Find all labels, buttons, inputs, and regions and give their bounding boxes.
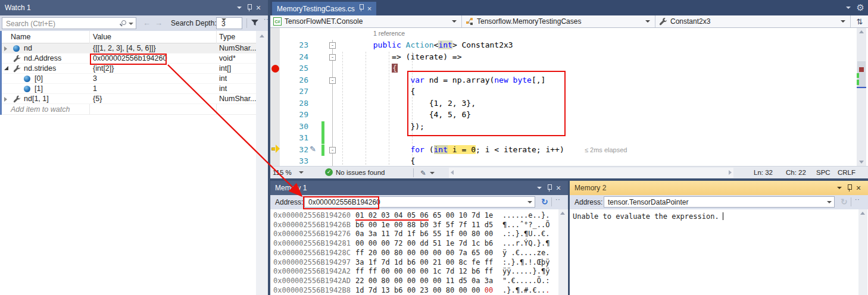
memory-row[interactable]: 0x000002556B1942B81d 7d 13 b6 00 23 00 8… <box>270 286 558 295</box>
pin-icon[interactable] <box>544 183 554 193</box>
scroll-up-icon[interactable] <box>560 212 565 215</box>
search-options-chevron-icon[interactable] <box>129 23 133 25</box>
memory1-hex-dump[interactable]: 0x000002556B19426001 02 03 04 05 06 65 0… <box>270 209 558 295</box>
search-back-icon[interactable]: ← <box>143 18 151 27</box>
memory-row[interactable]: 0x000002556B19426Bb6 00 1e 00 88 b0 3f 5… <box>270 221 558 230</box>
line-number: 28 <box>280 99 308 108</box>
split-window-icon[interactable]: ⇅ <box>851 15 868 27</box>
expander-expanded-icon <box>4 66 8 70</box>
refresh-icon[interactable]: ↻ <box>541 197 548 206</box>
text-caret <box>723 212 724 220</box>
memory-row-bytes: 3a 1f 7d 1d b6 00 21 00 8c fe ff <box>355 258 493 266</box>
line-number: 30 <box>280 122 308 131</box>
close-icon[interactable]: × <box>254 3 263 12</box>
memory-row[interactable]: 0x000002556B1942973a 1f 7d 1d b6 00 21 0… <box>270 258 558 268</box>
search-placeholder: Search (Ctrl+E) <box>6 20 55 28</box>
scroll-right-icon[interactable] <box>729 170 732 175</box>
member-dropdown[interactable]: Constant2x3 <box>656 15 851 27</box>
editor-horizontal-scrollbar[interactable] <box>449 168 733 178</box>
watch-row[interactable]: [0]3int <box>2 74 256 84</box>
column-header-value[interactable]: Value <box>93 33 111 41</box>
line-number: 24 <box>280 52 308 61</box>
add-watch-row[interactable]: Add item to watch <box>2 104 256 115</box>
scroll-up-icon[interactable] <box>260 34 264 37</box>
memory-row-address: 0x000002556B194276 <box>273 230 351 238</box>
watch-scrollbar[interactable] <box>256 31 268 295</box>
document-list-chevron-icon[interactable] <box>846 7 851 9</box>
code-line[interactable]: 23- public Action<int> Constant2x3 <box>270 40 854 52</box>
zoom-level-select[interactable]: 115 % <box>273 169 292 176</box>
memory2-address-input[interactable]: tensor.TensorDataPointer <box>604 196 835 208</box>
toolbar-overflow-icon[interactable]: ·· <box>555 196 561 203</box>
codelens-references[interactable]: 1 reference <box>373 30 405 37</box>
toolbar-overflow-icon[interactable]: ·· <box>264 16 269 23</box>
memory-row-address: 0x000002556B19426B <box>273 221 351 229</box>
project-dropdown[interactable]: C# TensorFlowNET.Console <box>270 15 462 27</box>
code-line[interactable]: 33 { <box>270 156 854 166</box>
watch-row-type: int <box>219 74 227 83</box>
tab-close-icon[interactable]: × <box>367 4 372 13</box>
type-dropdown[interactable]: Tensorflow.MemoryTestingCases <box>463 15 655 27</box>
search-forward-icon[interactable]: → <box>155 18 163 27</box>
search-input[interactable]: Search (Ctrl+E) <box>2 17 136 29</box>
current-statement-arrow-icon <box>271 148 275 150</box>
editor-vertical-scrollbar[interactable] <box>857 28 866 166</box>
window-position-icon[interactable] <box>835 183 844 193</box>
scroll-up-icon[interactable] <box>859 30 864 33</box>
memory-row-ascii: :.}.¶.!.Œþÿ <box>502 258 549 266</box>
code-text: { <box>341 87 415 96</box>
watch-row[interactable]: nd{[[1, 2, 3], [4, 5, 6]]}NumShar... <box>2 43 256 54</box>
search-icon[interactable] <box>121 20 126 25</box>
memory-row[interactable]: 0x000002556B1942760a 3a 11 7d 1f b6 55 1… <box>270 230 558 239</box>
watch-row[interactable]: nd.strides{int[2]}int[] <box>2 64 256 74</box>
column-header-type[interactable]: Type <box>219 33 235 41</box>
fold-collapse-icon: - <box>329 42 336 49</box>
memory-row[interactable]: 0x000002556B19428Cff 20 00 80 00 00 00 0… <box>270 249 558 258</box>
code-cleanup-chevron-icon[interactable] <box>430 172 435 174</box>
window-position-icon[interactable] <box>535 183 544 193</box>
watch-row[interactable]: nd[1, 1]{5}NumShar... <box>2 94 256 104</box>
memory1-address-input[interactable]: 0x000002556B194260 <box>304 196 535 208</box>
code-cleanup-icon[interactable]: ✎ <box>420 169 426 177</box>
refresh-icon-disabled: ↻ <box>841 197 848 206</box>
memory1-scrollbar[interactable] <box>558 209 567 295</box>
memory-row-bytes: ff ff 00 00 00 00 1c 7d 12 b6 ff <box>355 267 493 275</box>
memory2-scrollbar[interactable] <box>858 209 867 295</box>
document-tab[interactable]: MemoryTestingCases.cs × <box>272 2 376 15</box>
filter-icon[interactable] <box>251 18 259 27</box>
close-icon[interactable]: × <box>554 183 563 193</box>
pin-icon[interactable] <box>844 183 854 193</box>
property-wrench-icon <box>13 95 21 103</box>
perf-tip: ≤ 2ms elapsed <box>585 146 627 153</box>
close-icon[interactable]: × <box>854 183 863 193</box>
watch-panel: Watch 1 × Search (Ctrl+E) ← → Search Dep… <box>0 0 268 295</box>
memory-row[interactable]: 0x000002556B19428100 00 00 72 00 dd 51 1… <box>270 239 558 249</box>
tab-pin-icon[interactable] <box>359 4 363 11</box>
toolbar-overflow-icon[interactable]: ·· <box>855 196 860 203</box>
search-depth-select[interactable]: 3 <box>216 17 242 29</box>
scroll-up-icon[interactable] <box>860 212 865 215</box>
watch-row[interactable]: nd.Address0x000002556b194260void* <box>2 54 256 64</box>
breakpoint-icon[interactable] <box>271 65 279 73</box>
memory-row[interactable]: 0x000002556B1942AD22 00 80 00 00 00 00 1… <box>270 277 558 286</box>
watch-toolbar: Search (Ctrl+E) ← → Search Depth: 3 ·· <box>0 15 268 31</box>
expander-collapsed-icon <box>4 97 7 102</box>
column-header-name[interactable]: Name <box>11 33 30 41</box>
zoom-chevron-icon[interactable] <box>299 171 304 174</box>
gear-icon[interactable]: ⚙ <box>857 4 864 12</box>
code-area[interactable]: 1 reference 23- public Action<int> Const… <box>270 28 868 166</box>
code-line[interactable]: 24- => (iterate) => <box>270 52 854 64</box>
memory-row[interactable]: 0x000002556B1942A2ff ff 00 00 00 00 1c 7… <box>270 267 558 277</box>
watch-row-name: nd[1, 1] <box>24 95 49 103</box>
watch-row-value: {5} <box>93 95 102 103</box>
pin-icon[interactable] <box>244 3 254 12</box>
code-line[interactable]: 32✎- for (int i = 0; i < iterate; i++)≤ … <box>270 145 854 156</box>
class-icon <box>466 17 474 26</box>
scroll-down-icon[interactable] <box>859 161 864 164</box>
memory-row[interactable]: 0x000002556B19426001 02 03 04 05 06 65 0… <box>270 211 558 221</box>
tab-strip: MemoryTestingCases.cs × ⚙ <box>270 0 868 15</box>
issues-status[interactable]: No issues found <box>336 169 385 176</box>
watch-row[interactable]: [1]1int <box>2 84 256 94</box>
window-position-icon[interactable] <box>235 3 244 12</box>
scroll-left-icon[interactable] <box>451 170 454 175</box>
